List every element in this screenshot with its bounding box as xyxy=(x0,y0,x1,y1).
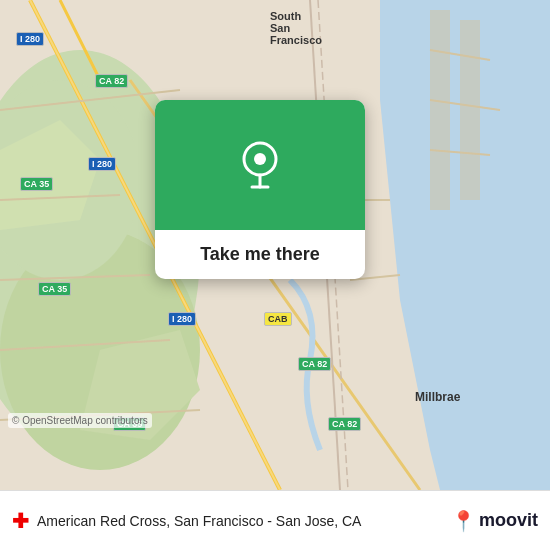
label-ca35-top: CA 35 xyxy=(20,177,53,191)
label-cab: CAB xyxy=(264,312,292,326)
svg-rect-20 xyxy=(430,10,450,210)
label-ca82-bot: CA 82 xyxy=(328,417,361,431)
city-label-south-sf: SouthSanFrancisco xyxy=(270,10,322,46)
label-ca82-mid: CA 82 xyxy=(298,357,331,371)
map-container: SouthSanFrancisco Millbrae I 280 I 280 I… xyxy=(0,0,550,490)
card-body: Take me there xyxy=(155,230,365,279)
card-header xyxy=(155,100,365,230)
moovit-pin-icon: 📍 xyxy=(451,509,476,533)
bottom-bar: ✚ American Red Cross, San Francisco - Sa… xyxy=(0,490,550,550)
location-pin-icon xyxy=(236,141,284,189)
moovit-logo: 📍 moovit xyxy=(451,509,538,533)
label-ca82-top: CA 82 xyxy=(95,74,128,88)
moovit-brand-text: moovit xyxy=(479,510,538,531)
label-i280-bot: I 280 xyxy=(168,312,196,326)
city-label-millbrae: Millbrae xyxy=(415,390,460,404)
take-me-there-button[interactable]: Take me there xyxy=(200,244,320,264)
info-card: Take me there xyxy=(155,100,365,279)
svg-rect-21 xyxy=(460,20,480,200)
copyright-text: © OpenStreetMap contributors xyxy=(8,413,152,428)
red-cross-icon: ✚ xyxy=(12,509,29,533)
svg-point-26 xyxy=(254,153,266,165)
label-ca35-mid: CA 35 xyxy=(38,282,71,296)
destination-label: American Red Cross, San Francisco - San … xyxy=(37,513,361,529)
label-i280-mid: I 280 xyxy=(88,157,116,171)
label-i280-top: I 280 xyxy=(16,32,44,46)
